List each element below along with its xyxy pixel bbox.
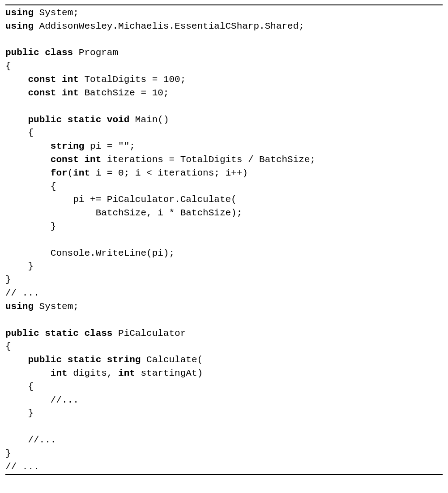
code-line: const int TotalDigits = 100; — [5, 74, 186, 85]
code-line: } — [5, 408, 34, 418]
code-line: using AddisonWesley.Michaelis.EssentialC… — [5, 21, 304, 31]
code-line: using System; — [5, 8, 79, 18]
indent — [5, 368, 51, 378]
keyword: string — [51, 141, 85, 151]
code-line: Console.WriteLine(pi); — [5, 248, 175, 258]
code-line: } — [5, 221, 56, 231]
code-block: using System; using AddisonWesley.Michae… — [5, 6, 443, 473]
keyword: public static void — [28, 115, 129, 125]
keyword: public static class — [5, 328, 112, 339]
keyword: using — [5, 301, 34, 312]
code-line: using System; — [5, 301, 79, 312]
keyword: int — [73, 168, 90, 178]
code-line: { — [5, 128, 34, 138]
keyword: const int — [28, 74, 78, 85]
code-line: // ... — [5, 462, 39, 472]
indent — [5, 115, 28, 125]
keyword: public static string — [28, 355, 141, 365]
indent — [5, 88, 28, 98]
code-text: iterations = TotalDigits / BatchSize; — [101, 154, 316, 165]
code-line: } — [5, 448, 11, 459]
code-text: Program — [73, 47, 118, 58]
code-text: System; — [34, 301, 79, 312]
code-text: System; — [34, 8, 79, 18]
code-line: BatchSize, i * BatchSize); — [5, 208, 242, 218]
indent — [5, 141, 51, 151]
keyword: const int — [28, 88, 78, 98]
code-line: public static void Main() — [5, 115, 169, 125]
code-text: AddisonWesley.Michaelis.EssentialCSharp.… — [34, 21, 304, 31]
code-text: PiCalculator — [112, 328, 186, 339]
code-text: TotalDigits = 100; — [79, 74, 186, 85]
keyword: int — [51, 368, 68, 378]
code-line: { — [5, 61, 11, 71]
code-line: //... — [5, 435, 56, 445]
indent — [5, 74, 28, 85]
code-text: digits, — [68, 368, 118, 378]
code-line: //... — [5, 395, 79, 405]
code-text: i = 0; i < iterations; i++) — [90, 168, 248, 178]
code-text: Main() — [129, 115, 169, 125]
code-listing: using System; using AddisonWesley.Michae… — [5, 4, 443, 475]
code-line: public class Program — [5, 47, 118, 58]
code-line: int digits, int startingAt) — [5, 368, 203, 378]
indent — [5, 154, 51, 165]
code-text: ( — [68, 168, 73, 178]
indent — [5, 168, 51, 178]
indent — [5, 355, 28, 365]
code-text: startingAt) — [135, 368, 203, 378]
code-line: pi += PiCalculator.Calculate( — [5, 194, 237, 205]
code-line: const int BatchSize = 10; — [5, 88, 169, 98]
code-line: public static string Calculate( — [5, 355, 203, 365]
keyword: using — [5, 21, 34, 31]
code-line: } — [5, 274, 11, 285]
code-line: for(int i = 0; i < iterations; i++) — [5, 168, 248, 178]
keyword: public class — [5, 47, 73, 58]
code-text: BatchSize = 10; — [79, 88, 169, 98]
code-line: } — [5, 261, 34, 271]
keyword: const int — [51, 154, 101, 165]
code-line: const int iterations = TotalDigits / Bat… — [5, 154, 316, 165]
keyword: int — [118, 368, 135, 378]
code-line: { — [5, 181, 56, 192]
code-text: pi = ""; — [84, 141, 135, 151]
keyword: for — [51, 168, 68, 178]
code-line: // ... — [5, 288, 39, 298]
code-text: Calculate( — [141, 355, 203, 365]
keyword: using — [5, 8, 34, 18]
code-line: { — [5, 341, 11, 352]
code-line: public static class PiCalculator — [5, 328, 186, 339]
code-line: { — [5, 382, 34, 392]
code-line: string pi = ""; — [5, 141, 135, 151]
